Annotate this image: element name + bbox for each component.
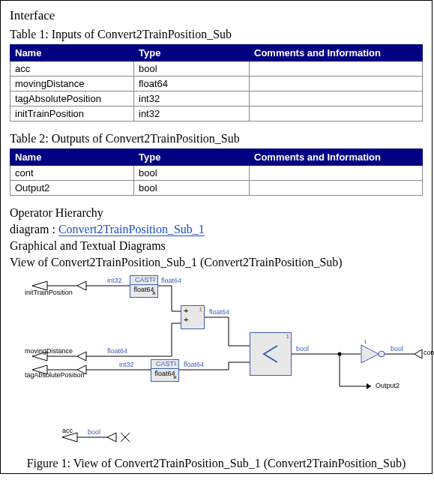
svg-line-20	[121, 433, 130, 442]
port-output2: Output2	[376, 382, 400, 389]
type-float64: float64	[161, 277, 181, 284]
hierarchy-heading: Operator Hierarchy	[10, 206, 423, 220]
port-tagAbsolutePosition: tagAbsolutePosition	[25, 371, 85, 379]
svg-marker-19	[367, 383, 371, 389]
port-cont: cont	[424, 349, 434, 356]
type-int32: int32	[107, 277, 122, 284]
type-bool: bool	[296, 345, 309, 352]
type-float64: float64	[209, 308, 229, 316]
close-icon: ×	[173, 374, 177, 381]
type-bool: bool	[391, 345, 403, 352]
svg-marker-22	[361, 345, 379, 363]
svg-line-21	[121, 433, 130, 442]
port-movingDistance: movingDistance	[25, 347, 73, 355]
outputs-table: Name Type Comments and Information cont …	[10, 148, 423, 196]
diagram-link-prefix: diagram :	[10, 223, 58, 236]
close-icon: ×	[152, 290, 156, 297]
block-diagram: initTrainPosition int32 movingDistance f…	[25, 274, 430, 454]
block-compare: 1	[250, 332, 292, 376]
table-row: Output2 bool	[10, 181, 423, 196]
table-header: Name Type Comments and Information	[10, 45, 423, 62]
table-header: Name Type Comments and Information	[10, 149, 423, 166]
type-bool: bool	[88, 428, 100, 436]
th-comments: Comments and Information	[250, 45, 423, 62]
block-add: 1 + +	[181, 305, 205, 329]
block-cast1: 1 CAST float64 ×	[151, 359, 179, 382]
table-row: tagAbsolutePosition int32	[10, 92, 423, 106]
inputs-table: Name Type Comments and Information acc b…	[10, 44, 423, 122]
svg-point-23	[379, 351, 385, 357]
type-int32: int32	[119, 361, 134, 368]
th-name: Name	[10, 45, 134, 62]
table2-caption: Table 2: Outputs of Convert2TrainPositio…	[10, 132, 423, 146]
table-row: acc bool	[10, 62, 423, 76]
not-gate-icon	[361, 344, 388, 364]
th-name: Name	[10, 149, 134, 166]
th-type: Type	[134, 149, 250, 166]
port-initTrainPosition: initTrainPosition	[25, 289, 73, 296]
th-type: Type	[134, 45, 250, 62]
table-row: initTrainPosition int32	[10, 106, 423, 122]
table-row: cont bool	[10, 166, 423, 181]
block-not: 1	[361, 344, 388, 365]
type-float64: float64	[184, 361, 204, 368]
diagram-link-line: diagram : Convert2TrainPosition_Sub_1	[10, 223, 423, 236]
table-row: movingDistance float64	[10, 76, 423, 92]
interface-heading: Interface	[10, 8, 423, 23]
port-acc: acc	[62, 427, 73, 434]
figure-caption: Figure 1: View of Convert2TrainPosition_…	[10, 457, 423, 470]
diagrams-heading: Graphical and Textual Diagrams	[10, 239, 423, 253]
type-float64: float64	[107, 347, 127, 355]
block-cast2: 2 CAST float64 ×	[130, 275, 158, 298]
view-heading: View of Convert2TrainPosition_Sub_1 (Con…	[10, 256, 423, 269]
less-than-icon	[259, 343, 282, 365]
junction-dot	[338, 352, 342, 356]
table1-caption: Table 1: Inputs of Convert2TrainPosition…	[10, 28, 423, 41]
diagram-link[interactable]: Convert2TrainPosition_Sub_1	[58, 223, 205, 236]
th-comments: Comments and Information	[250, 149, 423, 166]
page: Interface Table 1: Inputs of Convert2Tra…	[0, 0, 433, 474]
